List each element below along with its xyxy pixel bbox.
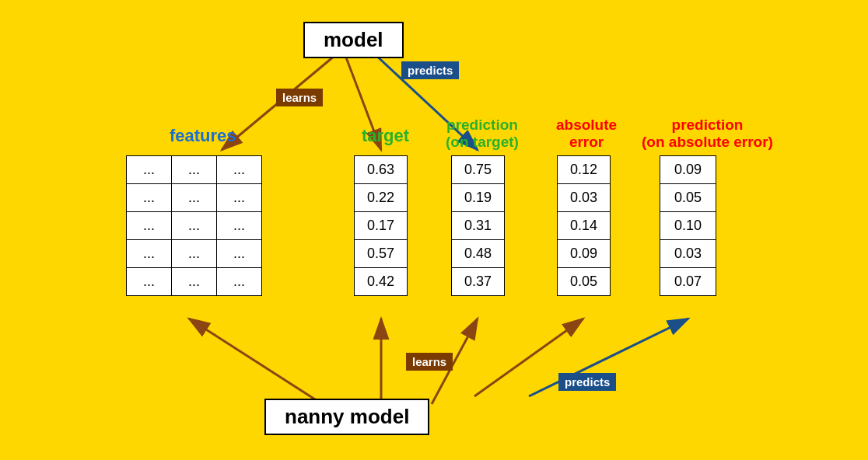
table-cell: 0.63 [355,156,408,184]
table-cell: 0.37 [452,268,505,296]
table-cell: 0.22 [355,184,408,212]
badge-predicts-bottom: predicts [558,373,616,391]
table-cell: 0.17 [355,212,408,240]
table-cell: 0.03 [660,240,716,268]
table-cell: 0.12 [558,156,611,184]
table-cell: ... [127,268,172,296]
badge-learns-top-label: learns [282,91,317,104]
features-table: ........................................… [126,155,262,296]
label-absolute-error: absoluteerror [556,117,617,151]
table-cell: 0.42 [355,268,408,296]
table-cell: ... [217,212,262,240]
abs-error-table: 0.120.030.140.090.05 [557,155,611,296]
nanny-model-box: nanny model [264,399,429,435]
model-label: model [324,28,383,51]
target-table: 0.630.220.170.570.42 [354,155,408,296]
table-cell: ... [127,240,172,268]
table-cell: ... [217,240,262,268]
table-cell: 0.05 [558,268,611,296]
table-cell: ... [127,212,172,240]
label-target: target [362,126,409,146]
pred-abs-table: 0.090.050.100.030.07 [660,155,716,296]
svg-line-7 [189,319,334,412]
label-features: features [170,126,236,146]
table-cell: 0.75 [452,156,505,184]
table-cell: 0.14 [558,212,611,240]
badge-predicts-top-label: predicts [408,64,453,77]
table-cell: 0.10 [660,212,716,240]
table-cell: 0.09 [660,156,716,184]
pred-target-table: 0.750.190.310.480.37 [451,155,505,296]
table-cell: ... [172,184,217,212]
table-cell: ... [172,212,217,240]
badge-learns-bottom-label: learns [412,355,446,368]
badge-learns-bottom: learns [406,353,453,371]
label-prediction-absolute: prediction(on absolute error) [642,117,773,151]
table-cell: 0.07 [660,268,716,296]
table-cell: ... [217,268,262,296]
table-cell: 0.03 [558,184,611,212]
table-cell: ... [217,184,262,212]
badge-learns-top: learns [276,89,323,106]
table-cell: 0.19 [452,184,505,212]
table-cell: ... [217,156,262,184]
label-prediction-target: prediction(on target) [446,117,519,151]
table-cell: 0.31 [452,212,505,240]
nanny-model-label: nanny model [285,405,409,428]
table-cell: 0.48 [452,240,505,268]
table-cell: ... [127,156,172,184]
table-cell: ... [172,240,217,268]
model-box: model [303,22,404,58]
table-cell: ... [127,184,172,212]
table-cell: ... [172,268,217,296]
table-cell: 0.57 [355,240,408,268]
table-cell: 0.05 [660,184,716,212]
badge-predicts-top: predicts [401,61,459,79]
badge-predicts-bottom-label: predicts [565,375,610,389]
diagram-container: model learns predicts features target pr… [0,0,868,460]
table-cell: ... [172,156,217,184]
table-cell: 0.09 [558,240,611,268]
